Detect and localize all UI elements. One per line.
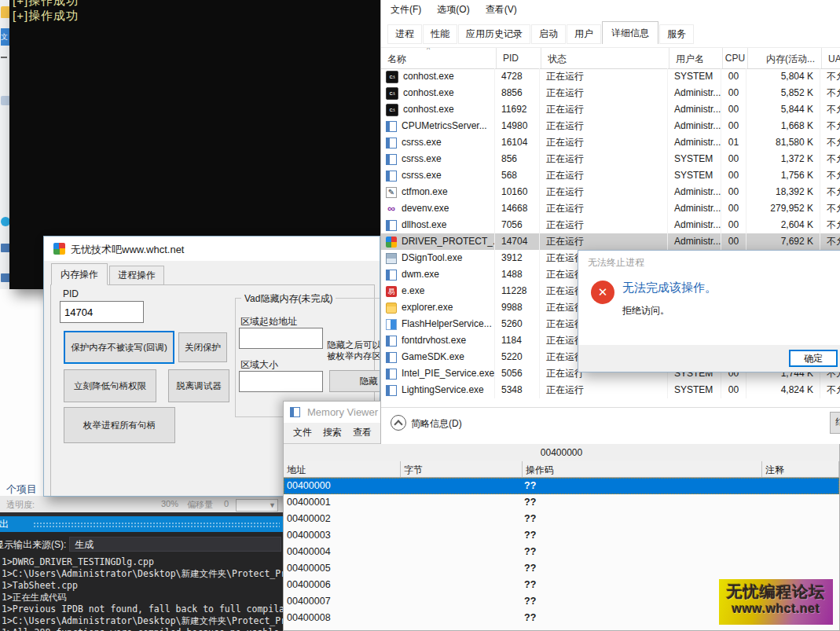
lower-handle-button[interactable]: 立刻降低句柄权限 [64,369,156,402]
tab-性能[interactable]: 性能 [423,24,457,44]
memory-opcode: ?? [521,626,760,631]
window-icon [386,270,397,281]
column-header[interactable]: 状态 [541,48,669,68]
column-header[interactable]: PID [497,48,541,68]
process-status: 正在运行 [540,217,668,233]
build-output-log[interactable]: 1>DWRG_DRIVER_TESTINGDlg.cpp1>C:\Users\A… [2,556,283,631]
memory-viewer-menubar: 文件搜索查看 [284,423,372,442]
process-row[interactable]: DRIVER_PROTECT_...14704正在运行Administr...0… [381,233,840,250]
console-icon: C:\ [386,104,398,116]
address-bar[interactable]: 00400000 [284,443,839,462]
region-start-input[interactable] [239,328,323,349]
tab-进程操作[interactable]: 进程操作 [109,266,164,285]
process-user: Administr... [668,217,721,233]
offset-dropdown[interactable]: ▼ [236,499,278,512]
enum-handles-button[interactable]: 枚举进程所有句柄 [64,407,175,443]
tab-进程[interactable]: 进程 [387,24,422,44]
memory-address: 00400008 [284,610,400,626]
process-row[interactable]: ✎ctfmon.exe10160正在运行Administr...0018,392… [381,184,840,200]
memory-bytes [400,544,521,560]
column-header[interactable]: CPU [723,48,748,68]
memory-row[interactable]: 00400002?? [284,511,839,527]
console-icon: C:\ [386,87,398,100]
tool-window-titlebar[interactable]: 无忧技术吧www.whct.net [44,237,380,261]
tab-用户[interactable]: 用户 [567,24,601,44]
pid-input[interactable] [60,301,144,323]
tab-内存操作[interactable]: 内存操作 [51,263,108,285]
process-pid: 10160 [495,184,540,200]
watermark-line2: www.whct.net [719,602,833,616]
end-task-button[interactable]: 结束任务 [830,412,840,434]
process-row[interactable]: dllhost.exe7056正在运行Administr...002,604 K… [381,217,840,233]
process-row[interactable]: C:\conhost.exe11692正在运行Administr...005,8… [381,101,840,118]
process-row[interactable]: C:\conhost.exe4728正在运行SYSTEM005,804 K不允许 [381,68,840,85]
window-icon [386,220,397,231]
tab-服务[interactable]: 服务 [659,24,694,44]
process-row[interactable]: CPUMetricsServer...14980正在运行Administr...… [381,118,840,134]
console-line-clipped: [+]操作成功 [13,0,380,8]
process-user: Administr... [668,85,721,101]
column-header[interactable]: UAC 虚拟化 [822,48,840,68]
window-icon [386,369,397,380]
memory-row[interactable]: 00400004?? [284,544,839,560]
collapse-details-label[interactable]: 简略信息(D) [411,417,462,431]
process-uac: 不允许 [820,233,840,250]
process-status: 正在运行 [540,68,668,85]
process-row[interactable]: ∞devenv.exe14668正在运行Administr...00279,95… [381,200,840,217]
process-status: 正在运行 [540,134,668,151]
process-row[interactable]: csrss.exe16104正在运行Administr...0181,580 K… [381,134,840,151]
memory-row[interactable]: 00400001?? [284,494,839,511]
flash-icon [386,319,397,330]
process-user: SYSTEM [668,151,721,167]
process-pid: 5260 [495,316,540,332]
menu-item[interactable]: 查看(V) [486,3,517,17]
region-size-input[interactable] [239,371,323,392]
menu-item[interactable]: 查看 [353,423,372,442]
column-header[interactable]: 注释 [762,461,839,477]
hide-button[interactable]: 隐藏 [329,370,380,392]
memory-address: 00400005 [284,560,400,577]
memory-row[interactable]: 00400003?? [284,527,839,544]
process-user: Administr... [668,134,721,151]
watermark: 无忧编程论坛 www.whct.net [719,579,833,625]
process-pid: 7056 [495,217,540,233]
tab-应用历史记录[interactable]: 应用历史记录 [458,24,530,44]
process-name: csrss.exe [402,134,442,151]
hide-note-line1: 隐藏之后可以 [327,339,380,351]
tool-window-tabs: 内存操作进程操作 [51,266,166,285]
output-line: 1>C:\Users\Administrator\Desktop\新建文件夹\P… [2,568,283,580]
window-icon [386,121,397,132]
menu-item[interactable]: 文件(F) [391,3,421,17]
memory-row[interactable]: 00400000?? [284,478,839,494]
column-header[interactable]: 地址 [284,461,401,477]
process-row[interactable]: C:\conhost.exe8856正在运行Administr...005,85… [381,85,840,101]
collapse-details-icon[interactable] [391,415,406,431]
menu-item[interactable]: 选项(O) [437,3,469,17]
process-row[interactable]: LightingService.exe5348正在运行SYSTEM004,824… [381,382,840,398]
tab-启动[interactable]: 启动 [531,24,566,44]
output-source-combobox[interactable]: 生成 [69,537,281,552]
detach-debugger-button[interactable]: 脱离调试器 [168,369,229,402]
region-size-label: 区域大小 [240,358,278,372]
memory-row[interactable]: 00400009?? [284,626,839,631]
process-uac: 不允许 [820,167,840,184]
process-row[interactable]: csrss.exe568正在运行SYSTEM001,756 K不允许 [381,167,840,184]
memory-opcode: ?? [521,544,760,560]
output-titlebar[interactable]: 输出 [0,516,283,532]
column-header[interactable]: 名称^ [381,48,497,68]
process-cpu: 00 [721,101,746,118]
memory-row[interactable]: 00400005?? [284,560,839,577]
column-header[interactable]: 操作码 [523,461,762,477]
close-protect-button[interactable]: 关闭保护 [178,332,227,362]
process-cpu: 00 [721,200,746,217]
protect-memory-button[interactable]: 保护内存不被读写(回调) [64,331,174,364]
menu-item[interactable]: 搜索 [323,423,342,442]
process-user: SYSTEM [668,68,721,85]
process-row[interactable]: csrss.exe856正在运行SYSTEM001,372 K不允许 [381,151,840,167]
column-header[interactable]: 字节 [401,461,523,477]
tab-详细信息[interactable]: 详细信息 [602,21,658,44]
menu-item[interactable]: 文件 [293,423,312,442]
column-header[interactable]: 内存(活动... [748,48,822,68]
ok-button[interactable]: 确定 [789,350,838,367]
column-header[interactable]: 用户名 [669,48,723,68]
